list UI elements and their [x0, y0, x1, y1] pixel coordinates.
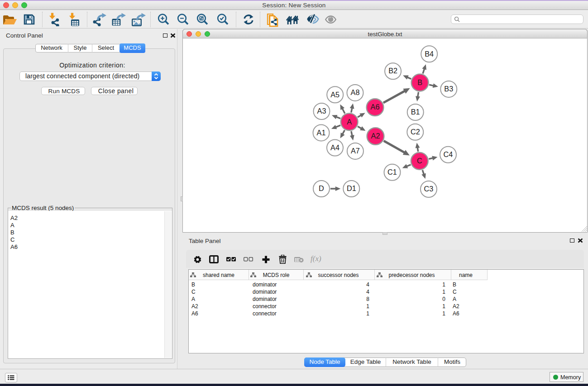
svg-text:A5: A5: [330, 91, 339, 99]
svg-text:C: C: [417, 157, 422, 165]
svg-text:A6: A6: [371, 103, 380, 111]
svg-text:A2: A2: [371, 132, 380, 140]
svg-text:B4: B4: [425, 50, 434, 58]
svg-text:A3: A3: [317, 107, 326, 115]
svg-text:A: A: [347, 118, 352, 126]
svg-text:C3: C3: [424, 185, 434, 193]
svg-text:B: B: [417, 78, 422, 86]
svg-text:C2: C2: [411, 128, 420, 136]
svg-text:A4: A4: [330, 143, 339, 152]
svg-text:D: D: [319, 184, 324, 192]
svg-text:C1: C1: [387, 168, 397, 176]
svg-text:B1: B1: [411, 108, 420, 116]
svg-text:A8: A8: [351, 88, 360, 96]
svg-text:C4: C4: [444, 150, 453, 158]
svg-text:B2: B2: [388, 67, 397, 75]
svg-text:A1: A1: [317, 129, 326, 137]
svg-text:D1: D1: [347, 184, 356, 192]
svg-text:A7: A7: [351, 147, 360, 155]
svg-text:B3: B3: [444, 85, 453, 93]
